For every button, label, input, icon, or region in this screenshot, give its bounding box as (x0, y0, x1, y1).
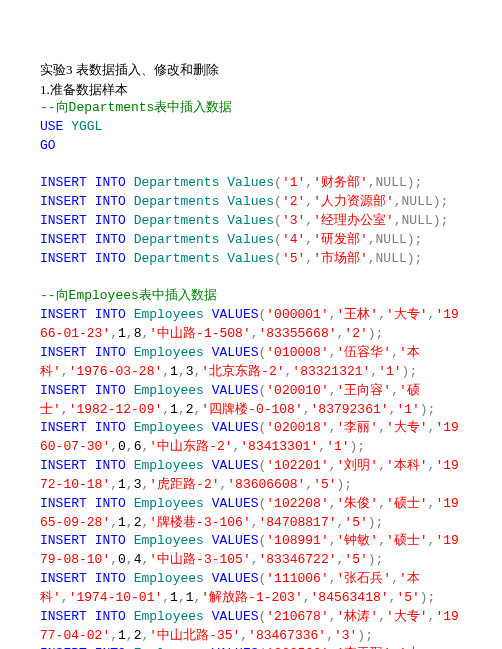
insert-line: INSERT INTO Departments Values('4','研发部'… (40, 231, 462, 250)
go-line: GO (40, 137, 462, 156)
departments-inserts: INSERT INTO Departments Values('1','财务部'… (40, 174, 462, 268)
insert-line: INSERT INTO Employees VALUES('020018','李… (40, 419, 462, 457)
insert-line: INSERT INTO Employees VALUES('020010','王… (40, 382, 462, 420)
insert-line: INSERT INTO Employees VALUES('000001','王… (40, 306, 462, 344)
insert-line: INSERT INTO Employees VALUES('302566','李… (40, 645, 462, 649)
insert-line: INSERT INTO Employees VALUES('210678','林… (40, 608, 462, 646)
document-page: 实验3 表数据插入、修改和删除 1.准备数据样本 --向Departments表… (0, 0, 502, 649)
insert-line: INSERT INTO Employees VALUES('111006','张… (40, 570, 462, 608)
employees-inserts: INSERT INTO Employees VALUES('000001','王… (40, 306, 462, 649)
insert-line: INSERT INTO Employees VALUES('102208','朱… (40, 495, 462, 533)
insert-line: INSERT INTO Departments Values('2','人力资源… (40, 193, 462, 212)
insert-line: INSERT INTO Employees VALUES('108991','钟… (40, 532, 462, 570)
code-block: --向Departments表中插入数据 USE YGGL GO INSERT … (40, 99, 462, 649)
db-name: YGGL (71, 119, 102, 134)
comment-line: --向Employees表中插入数据 (40, 287, 462, 306)
insert-line: INSERT INTO Departments Values('3','经理办公… (40, 212, 462, 231)
insert-line: INSERT INTO Employees VALUES('010008','伍… (40, 344, 462, 382)
heading: 实验3 表数据插入、修改和删除 (40, 60, 462, 80)
subheading: 1.准备数据样本 (40, 80, 462, 100)
insert-line: INSERT INTO Employees VALUES('102201','刘… (40, 457, 462, 495)
use-line: USE YGGL (40, 118, 462, 137)
use-keyword: USE (40, 119, 63, 134)
insert-line: INSERT INTO Departments Values('5','市场部'… (40, 250, 462, 269)
insert-line: INSERT INTO Departments Values('1','财务部'… (40, 174, 462, 193)
comment-line: --向Departments表中插入数据 (40, 99, 462, 118)
